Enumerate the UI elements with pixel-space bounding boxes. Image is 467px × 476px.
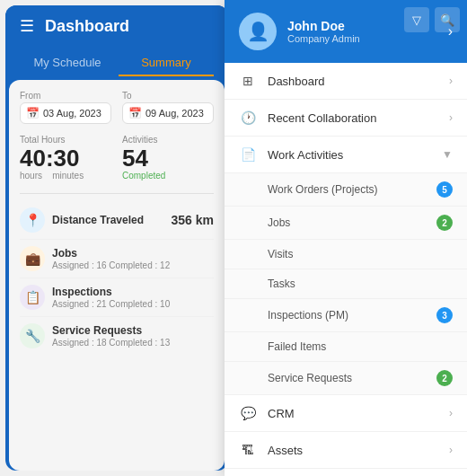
tabs-row: My Schedule Summary	[5, 43, 228, 76]
date-from-text: 03 Aug, 2023	[43, 108, 101, 119]
menu-item-crm[interactable]: 💬 CRM ›	[225, 395, 467, 432]
stats-row: Total Hours 40:30 hours minutes Activiti…	[20, 135, 214, 181]
inspections-pm-badge: 3	[436, 307, 453, 323]
total-hours-label: Total Hours	[20, 135, 111, 145]
work-activities-expand-icon: ▼	[442, 148, 453, 161]
completed-label: Completed	[122, 171, 214, 181]
submenu-inspections-pm[interactable]: Inspections (PM) 3	[225, 299, 467, 332]
search-button[interactable]: 🔍	[435, 7, 460, 32]
inspections-pm-label: Inspections (PM)	[268, 309, 436, 322]
left-panel: ☰ Dashboard My Schedule Summary From 📅 0…	[5, 5, 228, 471]
list-item-jobs: 💼 Jobs Assigned : 16 Completed : 12	[20, 240, 214, 278]
activities-block: Activities 54 Completed	[122, 135, 214, 181]
jobs-sub-label: Jobs	[268, 216, 436, 229]
date-row: From 📅 03 Aug, 2023 To 📅 09 Aug, 2023	[20, 91, 214, 124]
work-activities-label: Work Activities	[268, 148, 431, 162]
user-role: Company Admin	[287, 33, 437, 44]
service-requests-badge: 2	[436, 370, 453, 386]
menu-item-recent-collaboration[interactable]: 🕐 Recent Collaboration ›	[225, 100, 467, 137]
list-item-distance: 📍 Distance Traveled 356 km	[20, 201, 214, 240]
submenu-visits[interactable]: Visits	[225, 240, 467, 269]
drawer-header: 👤 John Doe Company Admin › ▽ 🔍	[225, 0, 467, 63]
date-to-label: To	[122, 91, 214, 101]
dashboard-menu-arrow: ›	[449, 75, 453, 87]
dashboard-menu-label: Dashboard	[268, 75, 438, 88]
list-item-service-requests: 🔧 Service Requests Assigned : 18 Complet…	[20, 317, 214, 355]
jobs-label: Jobs	[52, 247, 214, 260]
submenu-failed-items[interactable]: Failed Items	[225, 332, 467, 362]
service-text-block: Service Requests Assigned : 18 Completed…	[52, 324, 214, 348]
failed-items-label: Failed Items	[268, 340, 453, 353]
service-label: Service Requests	[52, 324, 214, 337]
distance-value: 356 km	[172, 213, 214, 227]
jobs-text-block: Jobs Assigned : 16 Completed : 12	[52, 247, 214, 270]
submenu-tasks[interactable]: Tasks	[225, 269, 467, 299]
activities-label: Activities	[122, 135, 214, 145]
activities-value: 54	[122, 146, 214, 170]
distance-label: Distance Traveled	[52, 214, 168, 226]
date-to-text: 09 Aug, 2023	[145, 108, 204, 119]
dashboard-title: Dashboard	[45, 17, 129, 36]
service-requests-sub-label: Service Requests	[268, 372, 436, 384]
drawer-panel: 👤 John Doe Company Admin › ▽ 🔍 ⊞ Dashboa…	[225, 0, 467, 476]
jobs-badge: 2	[436, 215, 453, 231]
service-sub: Assigned : 18 Completed : 13	[52, 338, 214, 348]
inspections-label: Inspections	[52, 286, 214, 298]
date-from-block: From 📅 03 Aug, 2023	[20, 91, 111, 124]
inspections-icon: 📋	[20, 285, 45, 310]
assets-label: Assets	[268, 444, 438, 457]
date-from-value[interactable]: 📅 03 Aug, 2023	[20, 102, 111, 124]
recent-collab-icon: 🕐	[239, 110, 257, 125]
assets-icon: 🏗	[239, 443, 257, 457]
tab-my-schedule[interactable]: My Schedule	[20, 50, 115, 76]
date-to-value[interactable]: 📅 09 Aug, 2023	[122, 102, 214, 124]
divider	[20, 193, 214, 194]
menu-item-inventory[interactable]: ✅ Inventory ›	[225, 469, 467, 476]
hamburger-icon[interactable]: ☰	[20, 16, 34, 36]
list-item-inspections: 📋 Inspections Assigned : 21 Completed : …	[20, 278, 214, 317]
crm-icon: 💬	[239, 406, 257, 420]
tasks-label: Tasks	[268, 278, 453, 290]
left-header: ☰ Dashboard	[5, 5, 228, 43]
dashboard-menu-icon: ⊞	[239, 74, 257, 88]
service-icon: 🔧	[20, 323, 45, 348]
date-from-label: From	[20, 91, 111, 101]
submenu-work-orders[interactable]: Work Orders (Projects) 5	[225, 173, 467, 207]
jobs-sub: Assigned : 16 Completed : 12	[52, 260, 214, 270]
recent-collab-arrow: ›	[449, 111, 453, 124]
calendar-from-icon: 📅	[26, 107, 40, 119]
tab-summary[interactable]: Summary	[119, 50, 214, 76]
filter-button[interactable]: ▽	[404, 7, 429, 32]
assets-arrow: ›	[449, 444, 453, 456]
jobs-icon: 💼	[20, 246, 45, 271]
submenu-jobs[interactable]: Jobs 2	[225, 207, 467, 240]
menu-item-assets[interactable]: 🏗 Assets ›	[225, 432, 467, 469]
work-activities-submenu: Work Orders (Projects) 5 Jobs 2 Visits T…	[225, 173, 467, 395]
drawer-menu: ⊞ Dashboard › 🕐 Recent Collaboration › 📄…	[225, 63, 467, 476]
hours-minutes-label: hours minutes	[20, 171, 111, 181]
user-avatar: 👤	[239, 13, 277, 50]
inspections-sub: Assigned : 21 Completed : 10	[52, 299, 214, 309]
work-orders-badge: 5	[436, 181, 453, 198]
work-orders-label: Work Orders (Projects)	[268, 183, 436, 196]
visits-label: Visits	[268, 248, 453, 260]
total-hours-value: 40:30	[20, 146, 111, 170]
crm-arrow: ›	[449, 407, 453, 419]
recent-collab-label: Recent Collaboration	[268, 111, 438, 125]
content-area: From 📅 03 Aug, 2023 To 📅 09 Aug, 2023 To…	[9, 80, 225, 471]
inspections-text-block: Inspections Assigned : 21 Completed : 10	[52, 286, 214, 309]
total-hours-block: Total Hours 40:30 hours minutes	[20, 135, 111, 181]
drawer-top-icons: ▽ 🔍	[404, 7, 460, 32]
date-to-block: To 📅 09 Aug, 2023	[122, 91, 214, 124]
crm-label: CRM	[268, 407, 438, 420]
distance-text-block: Distance Traveled	[52, 214, 168, 226]
distance-icon: 📍	[20, 207, 45, 233]
work-activities-icon: 📄	[239, 147, 257, 162]
calendar-to-icon: 📅	[128, 107, 142, 119]
submenu-service-requests[interactable]: Service Requests 2	[225, 362, 467, 395]
menu-item-dashboard[interactable]: ⊞ Dashboard ›	[225, 63, 467, 100]
menu-item-work-activities[interactable]: 📄 Work Activities ▼	[225, 137, 467, 173]
